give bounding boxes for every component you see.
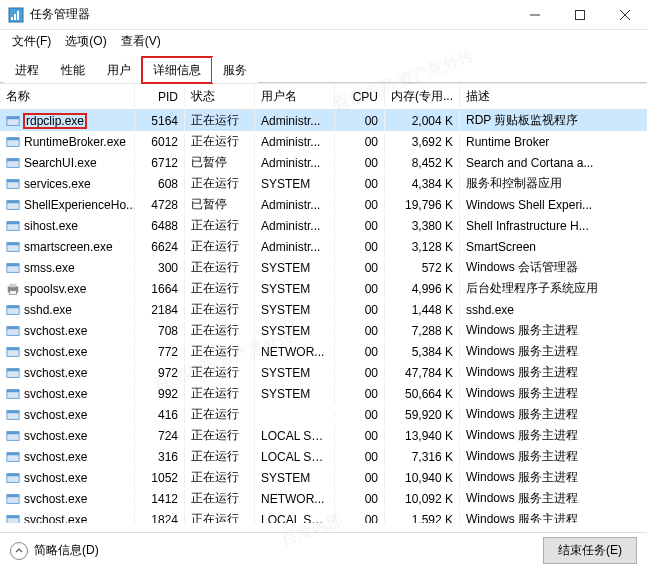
menu-file[interactable]: 文件(F) [6, 31, 57, 52]
svg-rect-9 [7, 116, 19, 119]
cell-pid: 992 [135, 384, 185, 404]
tab-performance[interactable]: 性能 [50, 57, 96, 83]
process-table[interactable]: 名称 PID 状态 用户名 CPU 内存(专用... 描述 rdpclip.ex… [0, 83, 647, 523]
cell-name: svchost.exe [0, 405, 135, 425]
cell-pid: 316 [135, 447, 185, 467]
process-name: spoolsv.exe [24, 282, 86, 296]
cell-pid: 300 [135, 258, 185, 278]
menu-view[interactable]: 查看(V) [115, 31, 167, 52]
tab-processes[interactable]: 进程 [4, 57, 50, 83]
header-description[interactable]: 描述 [460, 85, 647, 108]
cell-user: SYSTEM [255, 363, 335, 383]
cell-cpu: 00 [335, 363, 385, 383]
svg-rect-46 [7, 494, 19, 497]
cell-cpu: 00 [335, 300, 385, 320]
cell-pid: 4728 [135, 195, 185, 215]
header-cpu[interactable]: CPU [335, 87, 385, 107]
fewer-details-label[interactable]: 简略信息(D) [34, 542, 99, 559]
cell-memory: 2,004 K [385, 111, 460, 131]
maximize-button[interactable] [557, 0, 602, 30]
table-row[interactable]: svchost.exe708正在运行SYSTEM007,288 KWindows… [0, 320, 647, 341]
cell-cpu: 00 [335, 342, 385, 362]
svg-rect-48 [7, 515, 19, 518]
cell-user: LOCAL SE... [255, 447, 335, 467]
cell-name: svchost.exe [0, 468, 135, 488]
svg-rect-25 [10, 283, 17, 287]
tab-services[interactable]: 服务 [212, 57, 258, 83]
table-row[interactable]: spoolsv.exe1664正在运行SYSTEM004,996 K后台处理程序… [0, 278, 647, 299]
table-row[interactable]: services.exe608正在运行SYSTEM004,384 K服务和控制器… [0, 173, 647, 194]
cell-pid: 708 [135, 321, 185, 341]
tab-bar: 进程 性能 用户 详细信息 服务 [0, 52, 647, 83]
tab-details[interactable]: 详细信息 [142, 57, 212, 83]
cell-memory: 5,384 K [385, 342, 460, 362]
header-name[interactable]: 名称 [0, 85, 135, 108]
table-row[interactable]: sshd.exe2184正在运行SYSTEM001,448 Ksshd.exe [0, 299, 647, 320]
svg-rect-5 [575, 10, 584, 19]
end-task-button[interactable]: 结束任务(E) [543, 537, 637, 564]
cell-name: svchost.exe [0, 447, 135, 467]
tab-users[interactable]: 用户 [96, 57, 142, 83]
cell-name: sihost.exe [0, 216, 135, 236]
cell-status: 正在运行 [185, 424, 255, 447]
process-name: ShellExperienceHo... [24, 198, 135, 212]
minimize-button[interactable] [512, 0, 557, 30]
table-row[interactable]: svchost.exe416正在运行0059,920 KWindows 服务主进… [0, 404, 647, 425]
cell-name: services.exe [0, 174, 135, 194]
process-name: svchost.exe [24, 408, 87, 422]
table-row[interactable]: svchost.exe1824正在运行LOCAL SE...001,592 KW… [0, 509, 647, 523]
cell-user [255, 412, 335, 418]
cell-description: Windows 服务主进程 [460, 361, 647, 384]
cell-user: SYSTEM [255, 258, 335, 278]
cell-user: SYSTEM [255, 384, 335, 404]
cell-name: SearchUI.exe [0, 153, 135, 173]
task-manager-icon [8, 7, 24, 23]
cell-name: smss.exe [0, 258, 135, 278]
cell-status: 正在运行 [185, 298, 255, 321]
cell-user: Administr... [255, 237, 335, 257]
process-name: svchost.exe [24, 387, 87, 401]
table-row[interactable]: svchost.exe972正在运行SYSTEM0047,784 KWindow… [0, 362, 647, 383]
table-row[interactable]: rdpclip.exe5164正在运行Administr...002,004 K… [0, 110, 647, 131]
header-pid[interactable]: PID [135, 87, 185, 107]
cell-memory: 1,592 K [385, 510, 460, 524]
titlebar: 任务管理器 [0, 0, 647, 30]
cell-pid: 1824 [135, 510, 185, 524]
table-row[interactable]: svchost.exe1412正在运行NETWOR...0010,092 KWi… [0, 488, 647, 509]
svg-rect-17 [7, 200, 19, 203]
cell-pid: 608 [135, 174, 185, 194]
cell-status: 正在运行 [185, 508, 255, 523]
svg-rect-42 [7, 452, 19, 455]
table-row[interactable]: svchost.exe316正在运行LOCAL SE...007,316 KWi… [0, 446, 647, 467]
table-row[interactable]: svchost.exe992正在运行SYSTEM0050,664 KWindow… [0, 383, 647, 404]
cell-pid: 6488 [135, 216, 185, 236]
cell-cpu: 00 [335, 237, 385, 257]
table-row[interactable]: ShellExperienceHo...4728已暂停Administr...0… [0, 194, 647, 215]
cell-name: svchost.exe [0, 426, 135, 446]
fewer-details-icon[interactable] [10, 542, 28, 560]
close-button[interactable] [602, 0, 647, 30]
svg-rect-19 [7, 221, 19, 224]
menu-options[interactable]: 选项(O) [59, 31, 112, 52]
cell-description: 服务和控制器应用 [460, 172, 647, 195]
cell-user: SYSTEM [255, 321, 335, 341]
table-row[interactable]: svchost.exe1052正在运行SYSTEM0010,940 KWindo… [0, 467, 647, 488]
table-row[interactable]: smartscreen.exe6624正在运行Administr...003,1… [0, 236, 647, 257]
cell-status: 正在运行 [185, 256, 255, 279]
table-row[interactable]: smss.exe300正在运行SYSTEM00572 KWindows 会话管理… [0, 257, 647, 278]
cell-status: 正在运行 [185, 382, 255, 405]
header-user[interactable]: 用户名 [255, 85, 335, 108]
cell-cpu: 00 [335, 174, 385, 194]
table-row[interactable]: SearchUI.exe6712已暂停Administr...008,452 K… [0, 152, 647, 173]
table-row[interactable]: svchost.exe724正在运行LOCAL SE...0013,940 KW… [0, 425, 647, 446]
header-memory[interactable]: 内存(专用... [385, 85, 460, 108]
table-row[interactable]: sihost.exe6488正在运行Administr...003,380 KS… [0, 215, 647, 236]
table-row[interactable]: RuntimeBroker.exe6012正在运行Administr...003… [0, 131, 647, 152]
cell-name: ShellExperienceHo... [0, 195, 135, 215]
cell-memory: 50,664 K [385, 384, 460, 404]
header-status[interactable]: 状态 [185, 85, 255, 108]
cell-memory: 59,920 K [385, 405, 460, 425]
table-row[interactable]: svchost.exe772正在运行NETWOR...005,384 KWind… [0, 341, 647, 362]
cell-name: rdpclip.exe [0, 111, 135, 131]
cell-pid: 2184 [135, 300, 185, 320]
